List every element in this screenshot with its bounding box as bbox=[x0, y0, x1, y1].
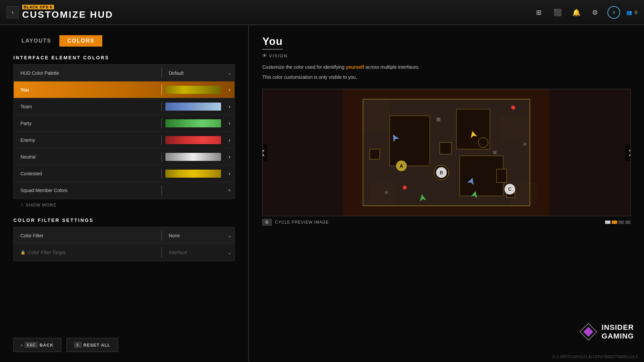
svg-rect-16 bbox=[440, 142, 451, 154]
map-nav-right-button[interactable]: ❯ bbox=[625, 144, 631, 161]
svg-rect-7 bbox=[363, 99, 390, 132]
color-filter-target-label: 🔒 Color Filter Target bbox=[14, 250, 161, 255]
color-bar-enemy bbox=[165, 136, 221, 144]
eye-icon: 👁 bbox=[262, 53, 267, 58]
description-line2: This color customization is only visible… bbox=[262, 73, 631, 81]
separator bbox=[161, 118, 162, 128]
hud-palette-row[interactable]: HUD Color Palette Default ⌄ bbox=[14, 65, 234, 81]
highlight-yourself: yourself bbox=[346, 64, 364, 70]
separator bbox=[161, 169, 162, 179]
color-bar-fill-party bbox=[165, 119, 221, 127]
svg-rect-3 bbox=[390, 116, 430, 166]
cycle-key: G bbox=[262, 219, 272, 226]
color-filter-title: COLOR FILTER SETTINGS bbox=[13, 218, 235, 223]
back-button[interactable]: ‹ ESC BACK bbox=[13, 338, 61, 352]
color-row-enemy[interactable]: Enemy › bbox=[14, 132, 234, 148]
svg-point-27 bbox=[511, 106, 515, 110]
color-bar-neutral bbox=[165, 153, 221, 161]
page-title: CUSTOMIZE HUD bbox=[22, 9, 113, 20]
cycle-dot-2 bbox=[612, 221, 617, 224]
vision-label: VISION bbox=[269, 53, 288, 58]
cycle-dot-3 bbox=[619, 221, 624, 224]
reset-key: 5 bbox=[74, 342, 82, 348]
svg-point-20 bbox=[478, 137, 488, 147]
map-nav-left-button[interactable]: ❮ bbox=[262, 144, 268, 161]
chevron-right-icon-team: › bbox=[224, 102, 234, 112]
svg-text:B: B bbox=[440, 170, 443, 175]
chevron-right-icon-neutral: › bbox=[224, 152, 234, 162]
svg-text:A: A bbox=[400, 163, 403, 169]
plus-icon-squad: + bbox=[224, 185, 234, 195]
show-more-row[interactable]: └ SHOW MORE bbox=[13, 199, 235, 211]
color-row-squad[interactable]: Squad Member Colors + bbox=[14, 182, 234, 199]
color-row-label-squad: Squad Member Colors bbox=[14, 188, 161, 193]
color-row-label-enemy: Enemy bbox=[14, 137, 161, 143]
color-row-neutral[interactable]: Neutral › bbox=[14, 148, 234, 165]
svg-text:C: C bbox=[508, 186, 512, 192]
right-panel: You 👁 VISION Customize the color used fo… bbox=[249, 25, 644, 362]
interface-section-title: INTERFACE ELEMENT COLORS bbox=[13, 55, 235, 60]
bell-icon[interactable]: 🔔 bbox=[570, 6, 583, 19]
color-filter-target-value: Interface bbox=[165, 250, 224, 255]
color-row-label-neutral: Neutral bbox=[14, 154, 161, 160]
color-filter-rows: Color Filter None ⌄ 🔒 Color Filter Targe… bbox=[13, 227, 235, 261]
chevron-right-icon-enemy: › bbox=[224, 135, 234, 145]
main-content: LAYOUTS COLORS INTERFACE ELEMENT COLORS … bbox=[0, 25, 644, 362]
reset-label: RESET ALL bbox=[84, 343, 111, 348]
back-arrow-icon: ‹ bbox=[21, 343, 23, 348]
settings-icon[interactable]: ⚙ bbox=[589, 6, 601, 19]
separator bbox=[161, 68, 162, 78]
nav-back-button[interactable]: ‹ bbox=[7, 6, 19, 18]
separator bbox=[161, 102, 162, 112]
color-row-label-contested: Contested bbox=[14, 171, 161, 176]
cycle-dots bbox=[605, 221, 631, 224]
color-filter-row[interactable]: Color Filter None ⌄ bbox=[14, 227, 234, 244]
svg-point-28 bbox=[403, 185, 407, 189]
vision-badge: 👁 VISION bbox=[262, 53, 631, 58]
cycle-dot-1 bbox=[605, 221, 610, 224]
cycle-bar: G CYCLE PREVIEW IMAGE bbox=[262, 219, 631, 226]
color-row-contested[interactable]: Contested › bbox=[14, 165, 234, 182]
right-panel-title: You bbox=[262, 35, 283, 50]
separator bbox=[161, 85, 162, 95]
chevron-down-icon-filter: ⌄ bbox=[224, 231, 234, 241]
hud-palette-label: HUD Color Palette bbox=[14, 70, 161, 76]
tab-colors[interactable]: COLORS bbox=[59, 35, 102, 47]
top-nav: ‹ BLACK OPS 6 CUSTOMIZE HUD ⊞ ⬛ 🔔 ⚙ 3 👥 … bbox=[0, 0, 644, 25]
chevron-down-icon: ⌄ bbox=[224, 68, 234, 78]
reset-all-button[interactable]: 5 RESET ALL bbox=[66, 338, 118, 352]
color-bar-fill-you bbox=[165, 86, 221, 94]
user-area: 👥 0 bbox=[626, 10, 637, 15]
map-svg: A B C bbox=[263, 89, 630, 216]
color-row-party[interactable]: Party › bbox=[14, 115, 234, 132]
separator bbox=[161, 185, 162, 195]
separator bbox=[161, 135, 162, 145]
insider-diamond-icon bbox=[578, 322, 598, 342]
chevron-down-icon-target: ⌄ bbox=[224, 247, 234, 257]
back-label: BACK bbox=[40, 343, 54, 348]
camera-icon[interactable]: ⬛ bbox=[551, 6, 564, 19]
hud-palette-value: Default bbox=[165, 70, 224, 76]
circle-progress[interactable]: 3 bbox=[607, 6, 620, 19]
svg-rect-17 bbox=[496, 169, 506, 183]
grid-icon[interactable]: ⊞ bbox=[532, 6, 545, 19]
nav-icons: ⊞ ⬛ 🔔 ⚙ 3 👥 0 bbox=[532, 6, 637, 19]
insider-gaming-logo: INSIDER GAMING bbox=[578, 322, 634, 342]
color-rows-container: HUD Color Palette Default ⌄ You › Tea bbox=[13, 64, 235, 199]
color-row-you[interactable]: You › bbox=[14, 81, 234, 98]
tabs-container: LAYOUTS COLORS bbox=[13, 35, 235, 47]
svg-rect-35 bbox=[493, 151, 496, 154]
svg-rect-34 bbox=[436, 117, 440, 121]
tab-layouts[interactable]: LAYOUTS bbox=[13, 35, 59, 47]
chevron-right-icon-contested: › bbox=[224, 169, 234, 179]
color-row-team[interactable]: Team › bbox=[14, 98, 234, 115]
color-bar-party bbox=[165, 119, 221, 127]
svg-point-37 bbox=[523, 142, 527, 146]
color-bar-fill-contested bbox=[165, 170, 221, 178]
description-line1: Customize the color used for identifying… bbox=[262, 63, 631, 71]
lock-icon: 🔒 bbox=[20, 250, 25, 255]
cycle-dot-4 bbox=[625, 221, 631, 224]
color-row-label-you: You bbox=[14, 87, 161, 93]
cycle-label: CYCLE PREVIEW IMAGE bbox=[275, 220, 329, 225]
color-row-label-team: Team bbox=[14, 104, 161, 109]
